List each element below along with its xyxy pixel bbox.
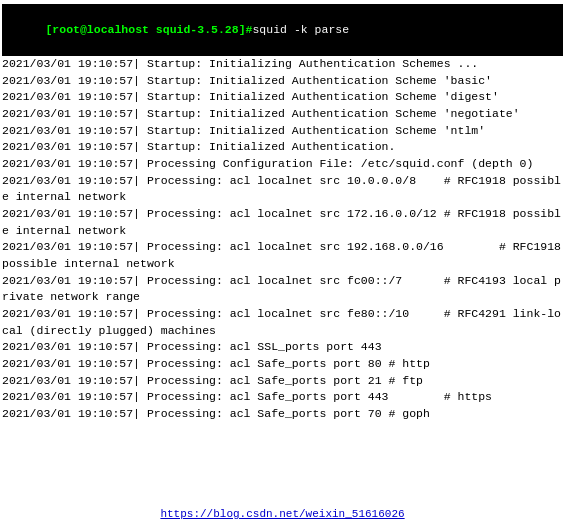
prompt-command: squid -k parse xyxy=(252,23,349,36)
terminal-line: 2021/03/01 19:10:57| Processing: acl loc… xyxy=(2,239,563,272)
terminal-line: 2021/03/01 19:10:57| Startup: Initialize… xyxy=(2,123,563,140)
terminal-line: 2021/03/01 19:10:57| Startup: Initialize… xyxy=(2,106,563,123)
terminal-line: 2021/03/01 19:10:57| Processing: acl loc… xyxy=(2,273,563,306)
terminal-line: 2021/03/01 19:10:57| Startup: Initializi… xyxy=(2,56,563,73)
terminal-line: 2021/03/01 19:10:57| Processing: acl Saf… xyxy=(2,389,563,406)
terminal-line: 2021/03/01 19:10:57| Processing: acl Saf… xyxy=(2,406,563,423)
terminal-line: 2021/03/01 19:10:57| Processing: acl Saf… xyxy=(2,356,563,373)
terminal-line: 2021/03/01 19:10:57| Processing: acl Saf… xyxy=(2,373,563,390)
terminal-line: 2021/03/01 19:10:57| Processing: acl loc… xyxy=(2,306,563,339)
terminal-content: [root@localhost squid-3.5.28]#squid -k p… xyxy=(0,0,565,427)
prompt-line: [root@localhost squid-3.5.28]#squid -k p… xyxy=(2,4,563,56)
terminal-line: 2021/03/01 19:10:57| Startup: Initialize… xyxy=(2,139,563,156)
terminal-line: 2021/03/01 19:10:57| Startup: Initialize… xyxy=(2,89,563,106)
terminal-line: 2021/03/01 19:10:57| Processing: acl loc… xyxy=(2,173,563,206)
output-lines: 2021/03/01 19:10:57| Startup: Initializi… xyxy=(2,56,563,423)
terminal-line: 2021/03/01 19:10:57| Processing Configur… xyxy=(2,156,563,173)
watermark: https://blog.csdn.net/weixin_51616026 xyxy=(0,508,565,520)
terminal-line: 2021/03/01 19:10:57| Processing: acl SSL… xyxy=(2,339,563,356)
terminal-line: 2021/03/01 19:10:57| Processing: acl loc… xyxy=(2,206,563,239)
terminal-window: [root@localhost squid-3.5.28]#squid -k p… xyxy=(0,0,565,528)
prompt-user: [root@localhost squid-3.5.28]# xyxy=(45,23,252,36)
terminal-line: 2021/03/01 19:10:57| Startup: Initialize… xyxy=(2,73,563,90)
